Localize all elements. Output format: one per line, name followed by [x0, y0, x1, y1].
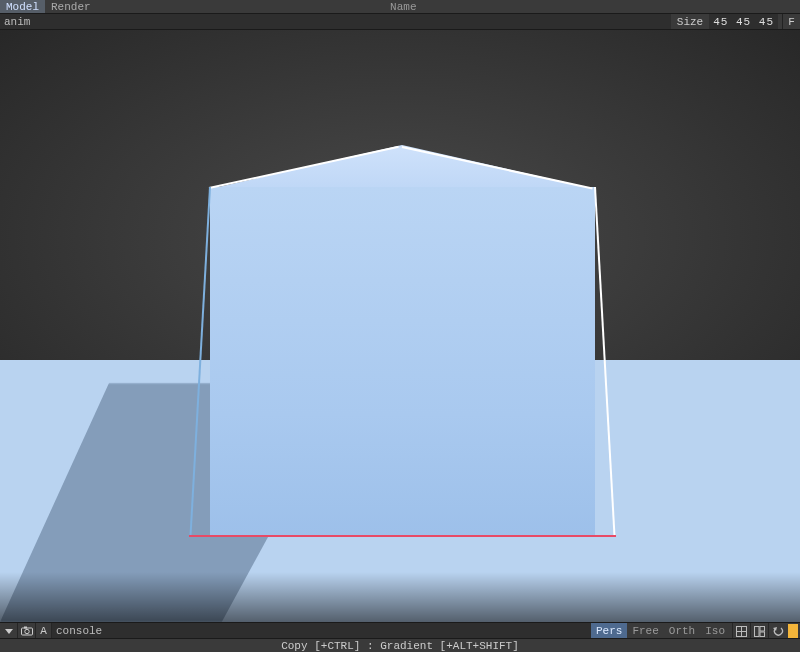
- top-tab-bar: Model Render Name: [0, 0, 800, 14]
- vignette: [0, 572, 800, 622]
- bottom-toolbar: A console Pers Free Orth Iso: [0, 622, 800, 638]
- cube-face-front: [210, 187, 595, 537]
- dropdown-icon[interactable]: [0, 623, 18, 639]
- cube-edge-selected: [189, 535, 616, 537]
- cube-edge: [189, 187, 210, 537]
- grid-icon[interactable]: [732, 623, 750, 639]
- console-input[interactable]: console: [52, 623, 591, 638]
- view-pers[interactable]: Pers: [591, 623, 627, 638]
- svg-marker-0: [5, 629, 13, 634]
- svg-rect-7: [755, 626, 760, 636]
- view-orth[interactable]: Orth: [664, 623, 700, 638]
- status-bar: Copy [+CTRL] : Gradient [+ALT+SHIFT]: [0, 638, 800, 652]
- cube-edge: [594, 187, 615, 537]
- name-label: Name: [97, 0, 710, 13]
- svg-rect-3: [24, 626, 27, 628]
- viewport-3d[interactable]: [0, 30, 800, 622]
- cube-mesh[interactable]: [192, 145, 612, 537]
- cube-face-top: [192, 145, 612, 189]
- size-values[interactable]: 45 45 45: [709, 14, 778, 29]
- top-toolbar: anim Size 45 45 45 F: [0, 14, 800, 30]
- anim-field[interactable]: anim: [0, 14, 671, 29]
- tab-render[interactable]: Render: [45, 0, 97, 13]
- view-mode-group: Pers Free Orth Iso: [591, 623, 730, 638]
- split-icon[interactable]: [750, 623, 768, 639]
- size-label: Size: [671, 16, 709, 28]
- camera-icon[interactable]: [18, 623, 36, 639]
- svg-rect-8: [760, 626, 765, 631]
- svg-rect-9: [760, 632, 765, 637]
- view-free[interactable]: Free: [627, 623, 663, 638]
- f-button[interactable]: F: [782, 14, 800, 29]
- svg-point-2: [24, 629, 28, 633]
- tab-model[interactable]: Model: [0, 0, 45, 13]
- status-hint: Copy [+CTRL] : Gradient [+ALT+SHIFT]: [281, 640, 519, 652]
- view-iso[interactable]: Iso: [700, 623, 730, 638]
- swatch-icon[interactable]: [786, 623, 800, 639]
- undo-icon[interactable]: [768, 623, 786, 639]
- a-button[interactable]: A: [36, 623, 52, 639]
